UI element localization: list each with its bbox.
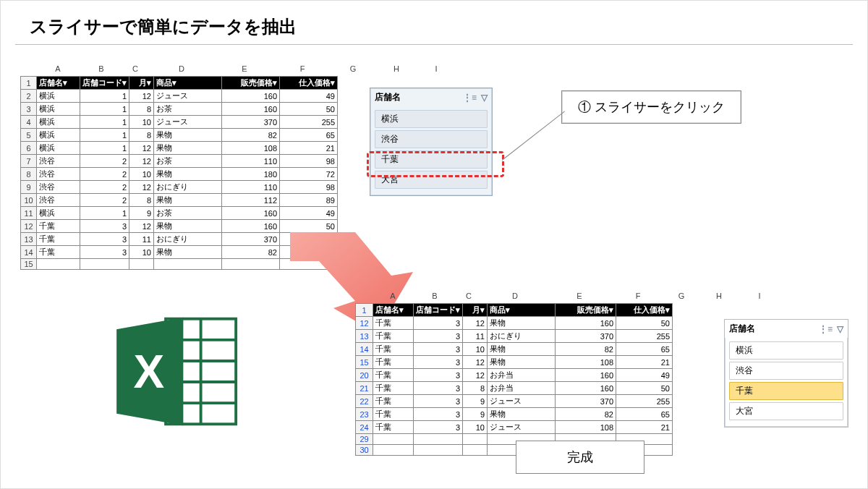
col-header[interactable]: 販売価格▾ bbox=[222, 77, 280, 90]
cell[interactable]: 11 bbox=[129, 233, 154, 246]
cell[interactable]: 9 bbox=[463, 395, 488, 408]
cell[interactable] bbox=[154, 259, 222, 270]
clear-filter-icon[interactable]: ▽ bbox=[837, 324, 843, 334]
cell[interactable]: 12 bbox=[129, 220, 154, 233]
cell[interactable] bbox=[373, 434, 414, 445]
cell[interactable]: 3 bbox=[80, 246, 129, 259]
cell[interactable]: 千葉 bbox=[37, 246, 80, 259]
slicer-item[interactable]: 千葉 bbox=[729, 382, 843, 400]
cell[interactable] bbox=[129, 259, 154, 270]
slicer-bottom[interactable]: 店舗名 ⋮≡ ▽ 横浜渋谷千葉大宮 bbox=[724, 319, 848, 428]
cell[interactable]: 渋谷 bbox=[37, 168, 80, 181]
filter-dropdown-icon[interactable]: ▾ bbox=[172, 78, 176, 87]
slicer-item[interactable]: 横浜 bbox=[375, 110, 488, 128]
cell[interactable]: 千葉 bbox=[37, 220, 80, 233]
cell[interactable] bbox=[373, 445, 414, 456]
cell[interactable]: 横浜 bbox=[37, 103, 80, 116]
cell[interactable]: 1 bbox=[80, 207, 129, 220]
cell[interactable]: 10 bbox=[463, 343, 488, 356]
cell[interactable]: 82 bbox=[556, 408, 616, 421]
cell[interactable]: 89 bbox=[280, 194, 338, 207]
slicer-item[interactable]: 渋谷 bbox=[729, 362, 843, 380]
cell[interactable]: 渋谷 bbox=[37, 181, 80, 194]
cell[interactable]: 12 bbox=[129, 142, 154, 155]
col-header[interactable]: 店舗コード▾ bbox=[80, 77, 129, 90]
cell[interactable]: 370 bbox=[556, 330, 616, 343]
cell[interactable]: 160 bbox=[556, 382, 616, 395]
cell[interactable]: ジュース bbox=[154, 90, 222, 103]
cell[interactable]: 果物 bbox=[154, 220, 222, 233]
cell[interactable]: 160 bbox=[222, 207, 280, 220]
cell[interactable]: 110 bbox=[222, 155, 280, 168]
cell[interactable]: 果物 bbox=[154, 129, 222, 142]
cell[interactable]: 3 bbox=[80, 233, 129, 246]
multi-select-icon[interactable]: ⋮≡ bbox=[463, 93, 477, 103]
filter-dropdown-icon[interactable]: ▾ bbox=[665, 305, 670, 314]
cell[interactable]: 49 bbox=[616, 369, 673, 382]
cell[interactable]: 12 bbox=[129, 90, 154, 103]
cell[interactable]: 果物 bbox=[488, 408, 556, 421]
cell[interactable]: 160 bbox=[222, 220, 280, 233]
cell[interactable]: 50 bbox=[616, 382, 673, 395]
cell[interactable]: 11 bbox=[463, 330, 488, 343]
col-header[interactable]: 店舗名▾ bbox=[373, 304, 414, 317]
cell[interactable]: 果物 bbox=[488, 343, 556, 356]
cell[interactable]: 千葉 bbox=[373, 369, 414, 382]
cell[interactable]: 370 bbox=[556, 395, 616, 408]
cell[interactable]: 3 bbox=[80, 220, 129, 233]
cell[interactable]: 12 bbox=[129, 181, 154, 194]
slicer-top[interactable]: 店舗名 ⋮≡ ▽ 横浜渋谷千葉大宮 bbox=[370, 88, 493, 196]
cell[interactable]: 千葉 bbox=[373, 382, 414, 395]
cell[interactable]: 255 bbox=[280, 116, 338, 129]
cell[interactable]: 255 bbox=[616, 330, 673, 343]
cell[interactable]: 180 bbox=[222, 168, 280, 181]
filter-dropdown-icon[interactable]: ▾ bbox=[273, 78, 277, 87]
cell[interactable]: 千葉 bbox=[373, 343, 414, 356]
cell[interactable]: 千葉 bbox=[373, 421, 414, 434]
cell[interactable]: 渋谷 bbox=[37, 194, 80, 207]
cell[interactable]: おにぎり bbox=[154, 181, 222, 194]
cell[interactable]: 10 bbox=[129, 116, 154, 129]
col-header[interactable]: 商品▾ bbox=[488, 304, 556, 317]
cell[interactable]: 12 bbox=[463, 317, 488, 330]
cell[interactable]: 160 bbox=[222, 103, 280, 116]
cell[interactable]: 千葉 bbox=[37, 233, 80, 246]
col-header[interactable]: 商品▾ bbox=[154, 77, 222, 90]
cell[interactable]: 160 bbox=[556, 317, 616, 330]
multi-select-icon[interactable]: ⋮≡ bbox=[819, 324, 833, 334]
cell[interactable] bbox=[80, 259, 129, 270]
cell[interactable]: 108 bbox=[222, 142, 280, 155]
cell[interactable]: おにぎり bbox=[154, 233, 222, 246]
filter-dropdown-icon[interactable]: ▾ bbox=[506, 305, 510, 314]
cell[interactable]: 横浜 bbox=[37, 207, 80, 220]
cell[interactable]: 千葉 bbox=[373, 356, 414, 369]
filter-dropdown-icon[interactable]: ▾ bbox=[399, 305, 404, 314]
cell[interactable]: 千葉 bbox=[373, 317, 414, 330]
cell[interactable]: 果物 bbox=[154, 246, 222, 259]
filter-dropdown-icon[interactable]: ▾ bbox=[331, 78, 335, 87]
cell[interactable]: 1 bbox=[80, 129, 129, 142]
slicer-item[interactable]: 渋谷 bbox=[375, 130, 488, 148]
cell[interactable]: 果物 bbox=[154, 142, 222, 155]
cell[interactable]: 8 bbox=[463, 382, 488, 395]
filter-dropdown-icon[interactable]: ▾ bbox=[456, 305, 460, 314]
cell[interactable]: 12 bbox=[129, 155, 154, 168]
cell[interactable]: 10 bbox=[129, 168, 154, 181]
cell[interactable]: 横浜 bbox=[37, 116, 80, 129]
cell[interactable] bbox=[414, 434, 463, 445]
cell[interactable] bbox=[414, 445, 463, 456]
cell[interactable]: 3 bbox=[414, 408, 463, 421]
cell[interactable]: 65 bbox=[280, 129, 338, 142]
filter-dropdown-icon[interactable]: ▾ bbox=[609, 305, 613, 314]
cell[interactable]: 3 bbox=[414, 356, 463, 369]
cell[interactable] bbox=[463, 434, 488, 445]
cell[interactable]: 渋谷 bbox=[37, 155, 80, 168]
cell[interactable]: 160 bbox=[222, 90, 280, 103]
col-header[interactable]: 店舗コード▾ bbox=[414, 304, 463, 317]
cell[interactable]: 10 bbox=[129, 246, 154, 259]
cell[interactable]: 21 bbox=[280, 142, 338, 155]
cell[interactable]: 8 bbox=[129, 103, 154, 116]
filter-dropdown-icon[interactable]: ▾ bbox=[63, 78, 67, 87]
cell[interactable]: 1 bbox=[80, 142, 129, 155]
cell[interactable]: ジュース bbox=[488, 395, 556, 408]
